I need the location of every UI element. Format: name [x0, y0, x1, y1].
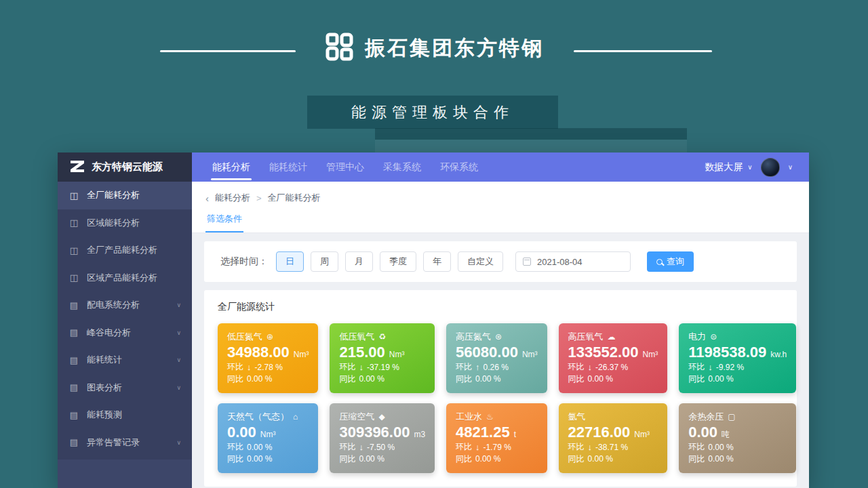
yoy-label: 同比	[568, 373, 585, 385]
time-range-button[interactable]: 自定义	[458, 251, 503, 272]
card-title-row: 氩气	[568, 411, 658, 423]
card-unit: m3	[414, 430, 425, 439]
energy-type-icon: ♨	[486, 412, 494, 422]
mom-value: 0.00 %	[708, 443, 733, 452]
yoy-row: 同比 0.00 %	[227, 453, 309, 465]
energy-type-icon: ⊛	[495, 332, 502, 342]
yoy-label: 同比	[688, 373, 705, 385]
mom-label: 环比	[456, 361, 472, 373]
sidebar-item-label: 能耗统计	[87, 354, 122, 366]
dashboard-window: 东方特钢云能源 能耗分析 能耗统计 管理中心 采集系统 环保系统	[58, 152, 809, 488]
mom-row: 环比 ↓ -2.78 %	[227, 361, 309, 373]
sidebar-item[interactable]: ▤ 峰谷电分析 ∨	[58, 319, 192, 347]
time-range-button[interactable]: 季度	[380, 251, 416, 272]
user-menu-chevron-icon[interactable]: ∨	[788, 163, 793, 171]
sidebar-item[interactable]: ▤ 能耗预测	[58, 401, 192, 429]
trend-arrow-icon: ↓	[359, 442, 363, 452]
energy-type-icon: ⊕	[267, 332, 273, 342]
back-arrow-icon[interactable]: ‹	[205, 192, 209, 204]
card-unit: Nm³	[634, 430, 650, 439]
sidebar-footer	[58, 460, 192, 488]
card-unit: t	[514, 430, 516, 439]
sidebar-item[interactable]: ◫ 区域能耗分析	[58, 209, 192, 237]
mom-row: 环比 0.00 %	[227, 441, 309, 453]
time-range-button[interactable]: 日	[276, 251, 304, 272]
time-select-label: 选择时间：	[220, 256, 268, 268]
energy-type-icon: ▢	[728, 412, 735, 422]
mom-label: 环比	[456, 441, 472, 453]
sidebar-item-icon: ◫	[68, 272, 79, 283]
card-title: 工业水	[456, 411, 482, 423]
card-title: 高压氮气	[456, 331, 491, 343]
sidebar-item[interactable]: ◫ 全厂产品能耗分析	[58, 237, 192, 264]
top-nav-item[interactable]: 能耗统计	[260, 152, 317, 182]
page-background: 振石集团东方特钢 能源管理板块合作 东方特钢云能源 能耗分析 能耗统计 管理	[0, 0, 868, 488]
top-nav-item[interactable]: 管理中心	[317, 152, 374, 182]
energy-stat-card[interactable]: 余热余压 ▢ 0.00 吨 环比 0.00 %	[679, 403, 796, 473]
time-range-button[interactable]: 周	[311, 251, 338, 272]
time-range-button[interactable]: 年	[423, 251, 451, 272]
mom-label: 环比	[227, 441, 243, 453]
app-logo-text: 东方特钢云能源	[92, 161, 163, 174]
energy-stat-card[interactable]: 高压氮气 ⊛ 56080.00 Nm³ 环比 ↑ 0.26 %	[446, 323, 547, 393]
data-screen-link[interactable]: 数据大屏 ∨	[705, 161, 752, 174]
sidebar-item[interactable]: ◫ 全厂能耗分析	[58, 182, 192, 209]
subtitle-text: 能源管理板块合作	[351, 102, 514, 123]
top-nav-item[interactable]: 环保系统	[431, 152, 488, 182]
mom-label: 环比	[568, 361, 585, 373]
sidebar-item-icon: ◫	[68, 218, 79, 228]
top-nav-item[interactable]: 采集系统	[374, 152, 431, 182]
tab-filter-conditions[interactable]: 筛选条件	[205, 213, 243, 232]
mom-value: -7.50 %	[367, 443, 395, 452]
energy-stat-card[interactable]: 工业水 ♨ 4821.25 t 环比 ↓ -1.79 %	[446, 403, 547, 473]
energy-stat-card[interactable]: 低压氮气 ⊕ 34988.00 Nm³ 环比 ↓ -2.78 %	[218, 323, 318, 393]
top-nav-item-label: 环保系统	[440, 161, 478, 174]
energy-stat-card[interactable]: 高压氧气 ☁ 133552.00 Nm³ 环比 ↓ -26.37 %	[559, 323, 668, 393]
sidebar-item-label: 峰谷电分析	[87, 327, 131, 339]
sidebar-item-icon: ◫	[68, 190, 79, 201]
yoy-value: 0.00 %	[475, 374, 500, 384]
sidebar-item-icon: ▤	[68, 300, 79, 310]
yoy-value: 0.00 %	[708, 454, 733, 464]
mom-row: 环比 ↓ -7.50 %	[339, 441, 425, 453]
card-title: 电力	[688, 331, 706, 343]
app-logo-z-icon	[70, 161, 85, 174]
mom-row: 环比 ↑ 0.26 %	[456, 361, 537, 373]
sidebar-item-label: 全厂产品能耗分析	[87, 244, 157, 256]
time-range-button[interactable]: 月	[345, 251, 373, 272]
top-nav-item[interactable]: 能耗分析	[203, 152, 260, 182]
energy-stat-card[interactable]: 低压氧气 ♻ 215.00 Nm³ 环比 ↓ -37.19 %	[330, 323, 435, 393]
main-content: ‹ 能耗分析 > 全厂能耗分析 筛选条件 选择时间： 日周月季度年自定义 202…	[192, 182, 809, 488]
card-title: 压缩空气	[339, 411, 374, 423]
sidebar-item[interactable]: ▤ 图表分析 ∨	[58, 374, 192, 402]
sidebar-item[interactable]: ▤ 异常告警记录 ∨	[58, 429, 192, 457]
mom-value: 0.26 %	[484, 363, 509, 372]
sidebar-item[interactable]: ▤ 配电系统分析 ∨	[58, 291, 192, 319]
app-logo[interactable]: 东方特钢云能源	[58, 152, 192, 182]
energy-stat-card[interactable]: 氩气 22716.00 Nm³ 环比 ↓ -38.71 %	[559, 403, 668, 473]
card-value: 0.00	[688, 424, 717, 441]
sidebar-item-icon: ▤	[68, 410, 79, 420]
card-value: 0.00	[227, 424, 256, 441]
yoy-label: 同比	[339, 453, 355, 465]
yoy-row: 同比 0.00 %	[568, 453, 658, 465]
energy-stat-card[interactable]: 天然气（气态） ⌂ 0.00 Nm³ 环比 0.00 %	[218, 403, 318, 473]
energy-stat-card[interactable]: 压缩空气 ◆ 309396.00 m3 环比 ↓ -7.50 %	[330, 403, 435, 473]
energy-type-icon: ♻	[378, 332, 386, 342]
mom-label: 环比	[688, 361, 705, 373]
sidebar-item[interactable]: ▤ 能耗统计 ∨	[58, 346, 192, 374]
date-picker[interactable]: 2021-08-04	[515, 251, 631, 272]
query-button[interactable]: 查询	[647, 251, 694, 272]
card-value-row: 4821.25 t	[456, 424, 537, 441]
user-avatar[interactable]	[761, 158, 780, 177]
mom-value: -38.71 %	[595, 443, 628, 452]
card-title: 天然气（气态）	[227, 411, 289, 423]
breadcrumb-parent[interactable]: 能耗分析	[215, 192, 250, 204]
chevron-down-icon: ∨	[176, 439, 181, 446]
sidebar-item-label: 异常告警记录	[87, 436, 140, 449]
mom-label: 环比	[339, 441, 355, 453]
energy-stat-card[interactable]: 电力 ⊜ 1198538.09 kw.h 环比 ↓ -9.92 %	[679, 323, 796, 393]
chevron-down-icon: ∨	[176, 329, 181, 336]
sidebar-item[interactable]: ◫ 区域产品能耗分析	[58, 264, 192, 292]
card-value: 309396.00	[339, 424, 410, 441]
